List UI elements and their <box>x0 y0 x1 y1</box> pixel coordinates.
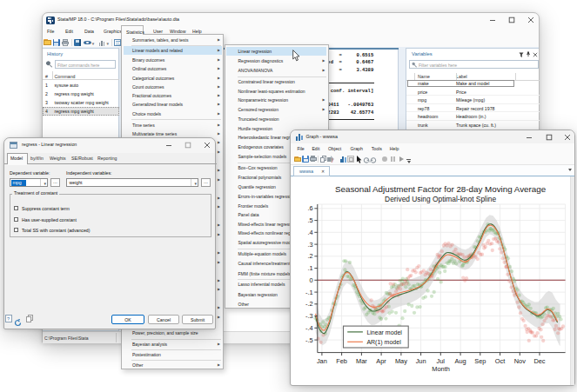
svg-text:May: May <box>395 356 407 364</box>
svg-text:Mar: Mar <box>356 356 367 364</box>
svg-text:Jun: Jun <box>416 356 426 364</box>
svg-text:AR(1) model: AR(1) model <box>367 338 402 345</box>
svg-text:-.5: -.5 <box>305 336 313 343</box>
svg-text:0: 0 <box>310 276 313 283</box>
svg-text:.5: .5 <box>308 216 313 224</box>
svg-text:.4: .4 <box>308 228 313 236</box>
svg-text:.3: .3 <box>308 240 313 248</box>
svg-text:Aug: Aug <box>455 356 466 364</box>
svg-text:.2: .2 <box>308 252 313 260</box>
svg-text:Feb: Feb <box>337 356 348 364</box>
svg-text:Seasonal Adjustment Factor for: Seasonal Adjustment Factor for 28-day Mo… <box>335 184 547 194</box>
svg-text:Sep: Sep <box>475 356 486 364</box>
svg-text:-.1: -.1 <box>305 288 313 296</box>
svg-text:.6: .6 <box>308 204 313 212</box>
svg-text:Linear model: Linear model <box>367 329 403 335</box>
svg-text:-.2: -.2 <box>305 300 313 308</box>
svg-text:-.4: -.4 <box>305 323 313 331</box>
svg-text:Jan: Jan <box>317 356 327 364</box>
svg-text:-.3: -.3 <box>305 312 313 320</box>
svg-text:Oct: Oct <box>495 356 506 364</box>
svg-text:.1: .1 <box>308 264 313 272</box>
svg-text:Apr: Apr <box>377 356 387 364</box>
svg-text:Month: Month <box>433 364 451 372</box>
svg-text:Nov: Nov <box>514 356 526 364</box>
svg-text:Jul: Jul <box>437 356 446 364</box>
svg-text:Derived Using Optimal-knot Spl: Derived Using Optimal-knot Spline <box>385 194 496 203</box>
svg-text:Dec: Dec <box>534 356 546 364</box>
